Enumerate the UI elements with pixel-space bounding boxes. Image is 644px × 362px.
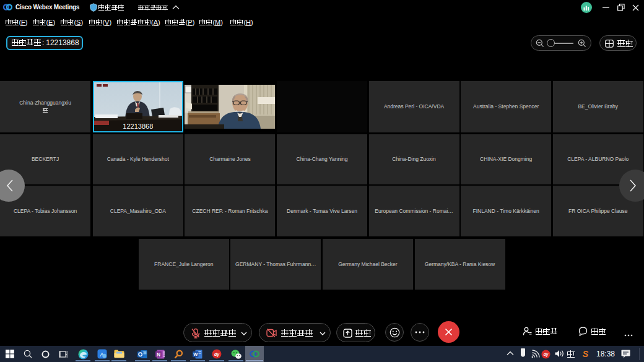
svg-text:dy: dy [214, 352, 220, 357]
svg-text:dy: dy [543, 352, 548, 357]
svg-text:W: W [193, 351, 198, 357]
svg-text:S: S [583, 349, 589, 359]
svg-text:N: N [156, 351, 160, 357]
